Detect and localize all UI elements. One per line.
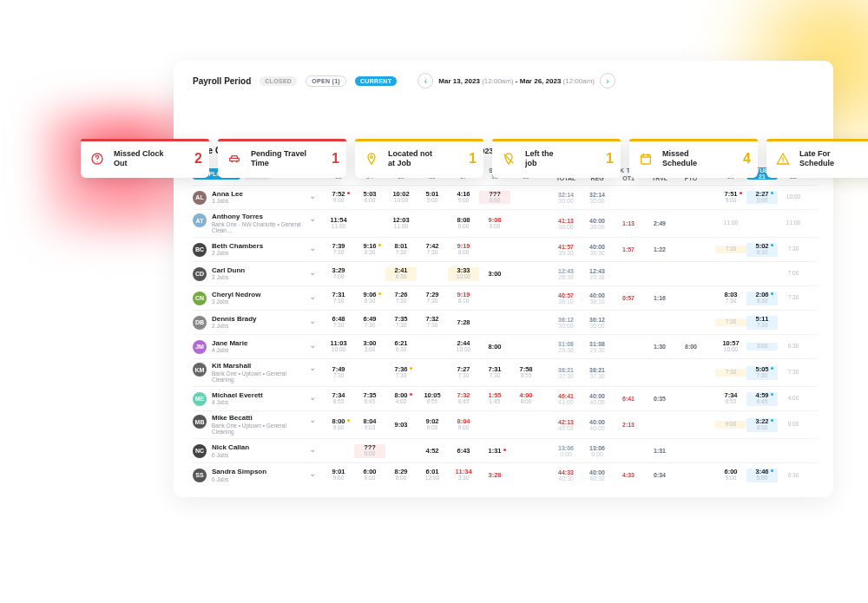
chip-current[interactable]: CURRENT (355, 76, 397, 86)
employee-name[interactable]: Dennis Brady (212, 316, 304, 324)
time-cell[interactable]: 8:088:00 (448, 217, 479, 231)
time-cell[interactable]: 1:31 (479, 448, 510, 455)
employee-name[interactable]: Jane Marie (212, 340, 304, 348)
time-cell[interactable]: 8:037:30 (715, 292, 746, 305)
time-cell[interactable]: 3:00 (746, 343, 778, 350)
time-cell[interactable]: 8:30 (778, 472, 809, 479)
time-cell[interactable]: 7:297:30 (417, 292, 448, 305)
chevron-down-icon[interactable]: ⌄ (309, 392, 319, 402)
time-cell[interactable]: 10:5710:00 (715, 340, 746, 354)
time-cell[interactable]: 3:465:00 (746, 469, 778, 482)
time-cell[interactable]: 8:00 (778, 421, 809, 428)
employee-name[interactable]: Mike Becatti (212, 415, 304, 423)
alert-tile[interactable]: Pending Travel Time 1 (218, 139, 346, 178)
chevron-down-icon[interactable]: ⌄ (309, 292, 319, 301)
time-cell[interactable]: 7:317:30 (479, 366, 510, 380)
time-cell[interactable]: ???0:00 (479, 191, 510, 205)
time-cell[interactable]: 5:015:00 (417, 191, 448, 205)
time-cell[interactable]: 7:00 (778, 270, 809, 277)
employee-name[interactable]: Anthony Torres (212, 213, 304, 221)
employee-name[interactable]: Sandra Simpson (212, 469, 304, 476)
time-cell[interactable]: 10:00 (778, 193, 809, 200)
time-cell[interactable]: 5:117:30 (746, 316, 778, 330)
time-cell[interactable]: 9:198:00 (448, 243, 479, 257)
chip-closed[interactable]: CLOSED (260, 76, 297, 86)
time-cell[interactable]: 6:30 (778, 343, 809, 350)
time-cell[interactable]: 4:008:00 (510, 392, 542, 406)
time-cell[interactable]: 7:277:30 (448, 366, 479, 380)
time-cell[interactable]: 8:009:00 (323, 418, 354, 432)
time-cell[interactable]: 7:326:45 (448, 392, 479, 406)
time-cell[interactable]: 9:026:00 (417, 418, 448, 432)
time-cell[interactable]: 7:397:30 (323, 243, 354, 257)
time-cell[interactable]: 4:596:45 (746, 392, 778, 406)
time-cell[interactable]: 11:00 (778, 220, 809, 226)
chevron-down-icon[interactable]: ⌄ (309, 340, 319, 350)
time-cell[interactable]: 3:003:00 (354, 340, 385, 354)
time-cell[interactable]: 4:165:00 (448, 191, 479, 205)
period-next-button[interactable]: › (600, 73, 615, 88)
time-cell[interactable]: 8:298:00 (385, 469, 417, 482)
chevron-down-icon[interactable]: ⌄ (309, 213, 319, 223)
time-cell[interactable]: 6:0112:00 (417, 469, 448, 482)
alert-tile[interactable]: Left the job 1 (492, 139, 621, 178)
time-cell[interactable]: 7:529:00 (323, 191, 354, 205)
chip-open[interactable]: OPEN (1) (306, 75, 346, 87)
chevron-down-icon[interactable]: ⌄ (309, 469, 319, 478)
time-cell[interactable]: 3:00 (479, 271, 510, 278)
time-cell[interactable]: 7:357:30 (385, 316, 417, 330)
time-cell[interactable]: 8:017:30 (385, 243, 417, 257)
time-cell[interactable]: 6:487:30 (323, 316, 354, 330)
time-cell[interactable]: 3:3310:00 (448, 267, 479, 281)
time-cell[interactable]: 2:4410:00 (448, 340, 479, 354)
alert-tile[interactable]: Located not at Job 1 (355, 139, 483, 178)
time-cell[interactable]: 10:0210:00 (385, 191, 417, 205)
alert-tile[interactable]: Late For Schedule 6 (766, 139, 868, 178)
time-cell[interactable]: 2:416:30 (385, 267, 417, 281)
time-cell[interactable]: 3:28 (479, 472, 510, 479)
time-cell[interactable]: 2:068:30 (746, 292, 778, 305)
time-cell[interactable]: 7:348:55 (715, 392, 746, 406)
time-cell[interactable]: 10:058:55 (417, 392, 448, 406)
time-cell[interactable]: 11:343:30 (448, 469, 479, 482)
time-cell[interactable]: 8:049:03 (354, 418, 385, 432)
time-cell[interactable]: 8:049:00 (448, 418, 479, 432)
employee-name[interactable]: Carl Dunn (212, 267, 304, 275)
employee-name[interactable]: Anna Lee (212, 191, 304, 199)
period-prev-button[interactable]: ‹ (418, 73, 433, 88)
chevron-down-icon[interactable]: ⌄ (309, 363, 319, 372)
time-cell[interactable]: 3:228:00 (746, 418, 778, 432)
time-cell[interactable]: 3:297:08 (323, 267, 354, 281)
time-cell[interactable]: 9:088:00 (479, 217, 510, 231)
time-cell[interactable]: 9:198:10 (448, 292, 479, 305)
chevron-down-icon[interactable]: ⌄ (309, 316, 319, 325)
time-cell[interactable]: 7:30 (778, 369, 809, 376)
time-cell[interactable]: 9:019:00 (323, 469, 354, 482)
time-cell[interactable]: 6:008:00 (354, 469, 385, 482)
time-cell[interactable]: 7:588:55 (510, 366, 542, 380)
time-cell[interactable]: ???0:00 (354, 444, 385, 458)
time-cell[interactable]: 7:348:55 (323, 392, 354, 406)
time-cell[interactable]: 7:30 (778, 294, 809, 301)
time-cell[interactable]: 7:28 (448, 319, 479, 326)
time-cell[interactable]: 9:00 (715, 421, 746, 428)
time-cell[interactable]: 5:036:00 (354, 191, 385, 205)
time-cell[interactable]: 8:00 (479, 344, 510, 351)
chevron-down-icon[interactable]: ⌄ (309, 415, 319, 424)
time-cell[interactable]: 7:327:30 (417, 316, 448, 330)
time-cell[interactable]: 7:30 (715, 246, 746, 252)
time-cell[interactable]: 6:009:00 (715, 469, 746, 482)
time-cell[interactable]: 5:057:30 (746, 366, 778, 380)
time-cell[interactable]: 7:519:00 (715, 191, 746, 205)
time-cell[interactable]: 9:068:30 (354, 292, 385, 305)
employee-name[interactable]: Michael Everett (212, 392, 304, 400)
time-cell[interactable]: 4:00 (778, 395, 809, 402)
chevron-down-icon[interactable]: ⌄ (309, 191, 319, 200)
time-cell[interactable]: 7:30 (778, 246, 809, 252)
time-cell[interactable]: 6:216:30 (385, 340, 417, 354)
time-cell[interactable]: 8:004:00 (385, 392, 417, 406)
employee-name[interactable]: Nick Callan (212, 444, 304, 452)
time-cell[interactable]: 7:427:30 (417, 243, 448, 257)
time-cell[interactable]: 12:0311:00 (385, 217, 417, 231)
employee-name[interactable]: Cheryl Nedrow (212, 292, 304, 299)
